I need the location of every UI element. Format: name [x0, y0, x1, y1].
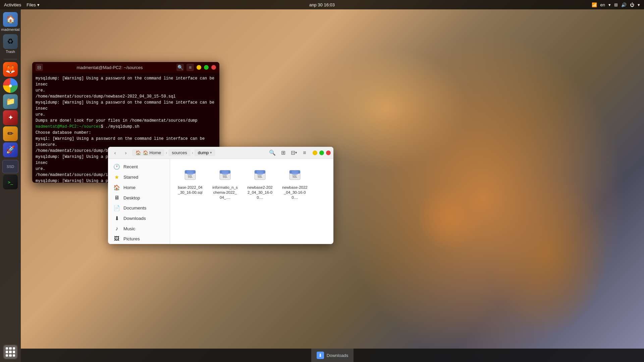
grid-dot [13, 351, 15, 353]
filemanager-titlebar: ‹ › 🏠 🏠 Home › sources › dump ▾ 🔍 ⊞ ⊟▾ ≡ [108, 147, 333, 159]
fm-search-button[interactable]: 🔍 [268, 148, 277, 158]
topbar-datetime: anp 30 16:03 [309, 2, 335, 7]
breadcrumb-separator-2: › [192, 150, 193, 155]
files-menu-label: Files [26, 2, 36, 7]
sidebar-pictures-label: Pictures [123, 236, 140, 241]
grid-dot [13, 354, 15, 357]
documents-sidebar-icon: 📄 [113, 205, 120, 211]
file-icon-base: SQL [181, 166, 199, 184]
terminal-title: madmentat@Mad-PC2: ~/sources [46, 65, 174, 70]
terminal-line: /home/madmentat/sources/dump/newbase2-20… [36, 94, 216, 100]
dock-home-label: madmentat [1, 27, 19, 32]
file-item-newbase2[interactable]: SQL newbase2-2022_04_30_16-00.... [245, 164, 275, 202]
dock-item-firefox[interactable]: 🦊 [3, 62, 18, 77]
terminal-line: Choose database number: [36, 130, 216, 136]
dock-trash-label: Trash [6, 50, 15, 54]
desktop-sidebar-icon: 🖥 [113, 195, 120, 201]
grid-dot [6, 351, 8, 353]
fm-forward-button[interactable]: › [121, 148, 130, 157]
dock-item-apps[interactable] [3, 345, 18, 359]
database-sql-icon-2: SQL [218, 168, 232, 182]
power-icon[interactable]: ⏻ [630, 2, 634, 7]
application-dock: 🏠 madmentat ♻ Trash 🦊 ● 📁 ✦ ✏ 🚀 SSD >_ [0, 9, 21, 362]
file-item-base[interactable]: SQL base-2022_04_30_16-00.sql [175, 164, 205, 202]
terminal-line: mysqldump: [Warning] Using a password on… [36, 75, 216, 87]
svg-point-8 [222, 172, 228, 175]
sidebar-desktop-label: Desktop [123, 195, 140, 200]
fm-view-toggle-button[interactable]: ⊞ [278, 148, 288, 158]
terminal-menu-icon[interactable]: ≡ [186, 64, 194, 71]
sidebar-downloads-label: Downloads [123, 216, 146, 221]
sidebar-music-label: Music [123, 226, 135, 231]
fm-sort-button[interactable]: ⊟▾ [289, 148, 299, 158]
terminal-maximize-button[interactable] [204, 65, 209, 70]
sidebar-item-desktop[interactable]: 🖥 Desktop [108, 193, 170, 203]
dock-item-home[interactable]: 🏠 madmentat [1, 12, 20, 32]
home-sidebar-icon: 🏠 [113, 184, 120, 191]
locale-indicator[interactable]: en [600, 2, 605, 7]
fm-toolbar-right: 🔍 ⊞ ⊟▾ ≡ [268, 148, 309, 158]
fm-breadcrumb: 🏠 🏠 Home › sources › dump ▾ [132, 149, 266, 156]
sidebar-item-documents[interactable]: 📄 Documents [108, 203, 170, 213]
sidebar-item-music[interactable]: ♪ Music [108, 224, 170, 234]
ssd-icon: SSD [2, 160, 18, 173]
mixer-icon: ✦ [8, 114, 13, 121]
fm-menu-button[interactable]: ≡ [300, 148, 309, 158]
sidebar-item-home[interactable]: 🏠 Home [108, 182, 170, 193]
sidebar-item-starred[interactable]: ★ Starred [108, 172, 170, 182]
settings-arrow-icon[interactable]: ▾ [638, 2, 640, 7]
terminal-close-button[interactable]: ✕ [211, 65, 216, 70]
terminal-line: ure. [36, 87, 216, 94]
fm-breadcrumb-home[interactable]: 🏠 🏠 Home [132, 149, 164, 156]
dock-item-files[interactable]: 📁 [3, 94, 18, 109]
filemanager-body: 🕐 Recent ★ Starred 🏠 Home 🖥 Desktop 📄 Do… [108, 159, 333, 244]
grid-dot [6, 347, 8, 350]
svg-text:SQL: SQL [258, 175, 263, 178]
fm-back-button[interactable]: ‹ [111, 148, 119, 157]
sidebar-recent-label: Recent [123, 164, 138, 169]
sound-icon[interactable]: 🔊 [621, 2, 627, 7]
activities-button[interactable]: Activities [4, 2, 21, 7]
grid-dot [9, 347, 11, 350]
fm-breadcrumb-dump[interactable]: dump ▾ [195, 149, 216, 156]
network-icon2: ⊞ [614, 2, 618, 7]
file-name-schema: informatio_n_schema-2022_04_.... [212, 185, 238, 200]
terminal-nav-icon: ⊟ [36, 64, 43, 71]
fm-window-controls: ✕ [313, 150, 331, 155]
sidebar-documents-label: Documents [123, 205, 146, 210]
taskbar-downloads[interactable]: ⬇ Downloads [311, 349, 354, 362]
dock-item-terminal[interactable]: >_ [3, 175, 18, 189]
grid-dot [9, 354, 11, 357]
file-item-schema[interactable]: SQL informatio_n_schema-2022_04_.... [210, 164, 240, 202]
fm-minimize-button[interactable] [313, 150, 317, 155]
dock-item-pencil[interactable]: ✏ [3, 126, 18, 141]
terminal-search-icon[interactable]: 🔍 [176, 64, 184, 71]
svg-point-18 [291, 172, 298, 175]
dock-item-mixer[interactable]: ✦ [3, 110, 18, 125]
dock-item-rocket[interactable]: 🚀 [3, 142, 18, 157]
file-icon-newbase2: SQL [251, 166, 269, 184]
files-menu[interactable]: Files ▾ [26, 2, 39, 7]
terminal-line: mysql: [Warning] Using a password on the… [36, 136, 216, 148]
apps-grid-icon [4, 345, 17, 359]
home-breadcrumb-label: 🏠 Home [143, 150, 161, 155]
fm-breadcrumb-sources[interactable]: sources [168, 149, 191, 156]
sidebar-item-recent[interactable]: 🕐 Recent [108, 162, 170, 172]
sidebar-item-pictures[interactable]: 🖼 Pictures [108, 234, 170, 244]
dock-item-chrome[interactable]: ● [3, 78, 18, 93]
taskbar-downloads-label: Downloads [327, 353, 348, 358]
pictures-sidebar-icon: 🖼 [113, 236, 120, 242]
fm-maximize-button[interactable] [319, 150, 324, 155]
file-item-newbase[interactable]: SQL newbase-2022_04_30-16-00.... [280, 164, 310, 202]
dock-item-trash[interactable]: ♻ Trash [1, 34, 20, 54]
file-icon-schema: SQL [216, 166, 234, 184]
svg-point-13 [257, 172, 263, 175]
database-sql-icon-3: SQL [253, 168, 267, 182]
svg-point-3 [187, 172, 194, 175]
terminal-minimize-button[interactable] [197, 65, 201, 70]
sidebar-item-downloads[interactable]: ⬇ Downloads [108, 213, 170, 224]
sidebar-item-videos[interactable]: ▶ Videos [108, 244, 170, 244]
fm-close-button[interactable]: ✕ [326, 150, 331, 155]
bottom-taskbar: ⬇ Downloads [21, 349, 644, 362]
dock-item-ssd[interactable]: SSD [2, 160, 18, 173]
